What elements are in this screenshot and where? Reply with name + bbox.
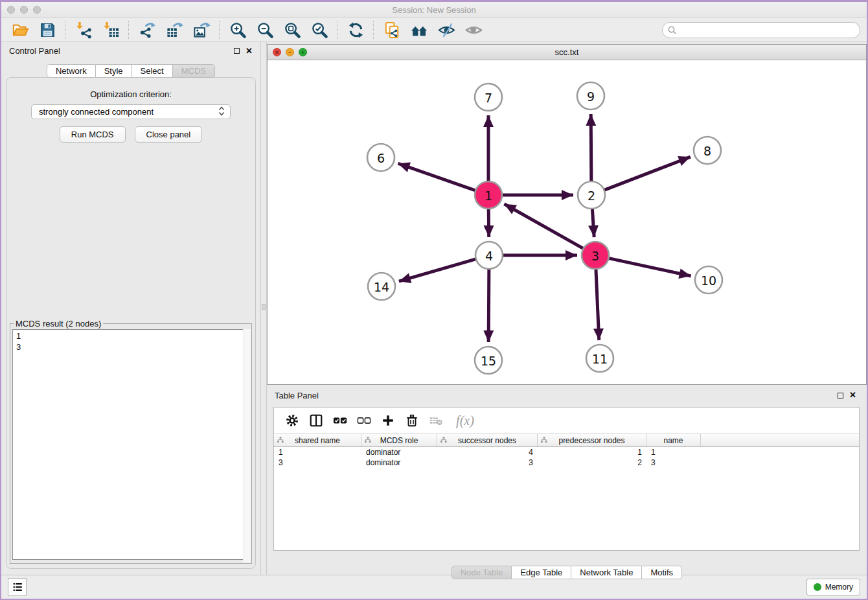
zoom-in-button[interactable] [228, 20, 247, 40]
toolbar-divider [128, 21, 130, 39]
tab-network[interactable]: Network [47, 64, 96, 78]
column-header-shared-name[interactable]: shared name [274, 434, 361, 446]
table-tab-network-table[interactable]: Network Table [571, 566, 642, 579]
graph-node-label-6: 6 [377, 151, 385, 165]
table-cell[interactable]: 1 [274, 447, 361, 457]
mcds-result-title: MCDS result (2 nodes) [14, 319, 103, 329]
table-row-2[interactable]: 3dominator323 [274, 457, 859, 468]
graph-edge-3-10[interactable] [606, 258, 691, 276]
result-scrollbar[interactable] [243, 329, 251, 562]
graph-edge-1-4[interactable] [488, 206, 489, 237]
table-panel-tabs: Node TableEdge TableNetwork TableMotifs [267, 566, 867, 579]
graph-node-label-1: 1 [485, 189, 492, 203]
search-input[interactable] [680, 25, 854, 36]
mcds-result-text[interactable]: 1 3 [12, 329, 249, 560]
table-close-icon[interactable]: ✕ [849, 392, 856, 398]
show-visual-button[interactable] [464, 20, 483, 40]
import-network-button[interactable] [74, 20, 93, 40]
criterion-select[interactable]: strongly connected component [31, 104, 231, 119]
close-panel-icon[interactable]: ✕ [246, 48, 253, 54]
table-tab-node-table[interactable]: Node Table [451, 566, 512, 579]
network-window-titlebar[interactable]: × − + scc.txt [268, 45, 866, 60]
zoom-out-button[interactable] [255, 20, 275, 40]
table-cell[interactable]: 2 [538, 457, 646, 468]
table-cell[interactable]: 1 [646, 447, 701, 457]
table-tab-edge-table[interactable]: Edge Table [512, 566, 571, 579]
clone-network-button[interactable] [382, 20, 402, 40]
toolbar-divider [373, 21, 374, 39]
table-cell[interactable]: 4 [437, 447, 538, 457]
run-mcds-button[interactable]: Run MCDS [60, 126, 126, 143]
graph-edge-4-14[interactable] [399, 259, 479, 282]
graph-edge-1-6[interactable] [398, 163, 478, 191]
save-icon [39, 21, 56, 39]
graph-edge-4-15[interactable] [488, 266, 489, 342]
tab-mcds[interactable]: MCDS [173, 64, 215, 78]
application-window: Session: New Session [1, 2, 867, 599]
select-chevrons-icon [218, 106, 225, 118]
export-image-button[interactable] [192, 20, 211, 40]
home-views-button[interactable] [409, 20, 429, 40]
tab-select[interactable]: Select [132, 64, 173, 78]
graph-node-label-4: 4 [485, 249, 493, 263]
memory-button[interactable]: Memory [806, 579, 860, 595]
refresh-icon [347, 21, 365, 39]
deselect-all-button[interactable] [356, 413, 372, 428]
zoom-selected-button[interactable] [310, 20, 329, 40]
mcds-result-box: MCDS result (2 nodes) 1 3 [10, 319, 252, 564]
create-column-button[interactable] [380, 413, 396, 428]
table-float-icon[interactable] [838, 393, 843, 398]
graph-node-label-11: 11 [592, 352, 608, 366]
show-columns-button[interactable] [308, 413, 324, 428]
splitter-grip[interactable] [262, 304, 266, 310]
criterion-value: strongly connected component [39, 107, 154, 117]
network-canvas[interactable]: 7968124314101511 [268, 60, 866, 384]
export-network-button[interactable] [137, 20, 157, 40]
mcds-tab-content: Optimization criterion: strongly connect… [6, 77, 256, 569]
network-graph: 7968124314101511 [268, 60, 866, 386]
close-panel-button[interactable]: Close panel [135, 126, 203, 143]
graph-edge-2-8[interactable] [602, 157, 691, 191]
network-view-window: × − + scc.txt 7968124314101511 [267, 44, 867, 385]
tab-style[interactable]: Style [96, 64, 132, 78]
column-header-predecessor-nodes[interactable]: predecessor nodes [538, 434, 646, 446]
vertical-splitter[interactable] [260, 42, 267, 575]
save-session-button[interactable] [38, 20, 57, 40]
search-box[interactable] [662, 22, 860, 38]
select-all-button[interactable] [332, 413, 348, 428]
table-cell[interactable]: 3 [437, 457, 538, 468]
column-header-MCDS-role[interactable]: MCDS role [361, 434, 437, 446]
task-history-button[interactable] [8, 578, 27, 596]
zoom-fit-icon [284, 21, 301, 39]
table-cell[interactable]: 1 [538, 447, 646, 457]
table-cell[interactable]: 3 [274, 457, 361, 468]
graph-edge-2-9[interactable] [591, 114, 591, 184]
delete-column-button[interactable] [404, 413, 420, 428]
graph-edge-3-1[interactable] [504, 204, 586, 250]
refresh-layout-button[interactable] [346, 20, 365, 40]
column-header-successor-nodes[interactable]: successor nodes [437, 434, 538, 446]
toolbar-divider [337, 21, 338, 39]
export-image-icon [193, 21, 211, 39]
hide-visual-button[interactable] [437, 20, 456, 40]
open-session-button[interactable] [10, 20, 30, 40]
graph-edge-3-11[interactable] [596, 266, 599, 340]
table-cell[interactable]: dominator [361, 457, 437, 468]
table-cell[interactable]: 3 [646, 457, 701, 468]
zoom-fit-button[interactable] [282, 20, 302, 40]
memory-status-dot [814, 583, 821, 591]
column-tree-icon [365, 437, 371, 443]
toolbar-divider [219, 21, 220, 39]
float-panel-icon[interactable] [234, 48, 240, 54]
table-tab-motifs[interactable]: Motifs [642, 566, 682, 579]
export-table-button[interactable] [165, 20, 184, 40]
import-table-icon [102, 21, 120, 39]
graph-edge-2-3[interactable] [592, 206, 594, 237]
table-cell[interactable]: dominator [361, 447, 437, 457]
optimization-criterion-label: Optimization criterion: [6, 89, 255, 99]
column-header-filler [701, 434, 859, 446]
table-row-1[interactable]: 1dominator411 [274, 447, 859, 457]
table-options-button[interactable] [284, 413, 300, 428]
column-header-name[interactable]: name [646, 434, 701, 446]
import-table-button[interactable] [101, 20, 120, 40]
